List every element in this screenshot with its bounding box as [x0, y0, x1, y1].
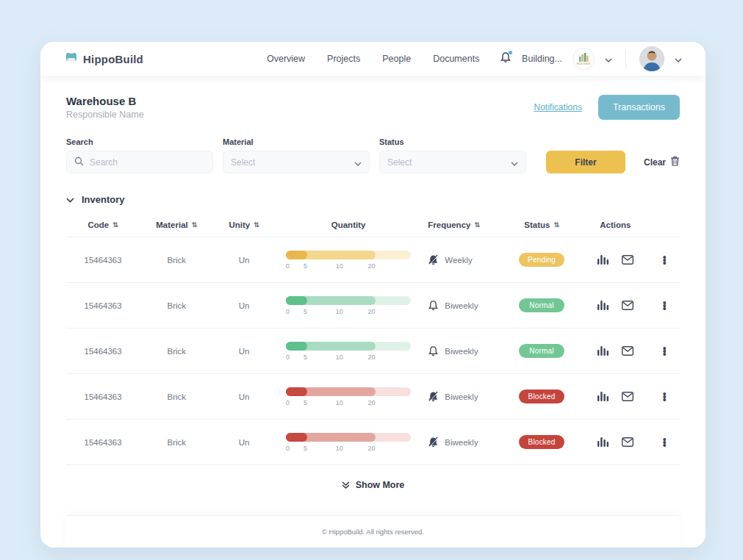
mail-icon[interactable] [622, 346, 633, 356]
brand-logo[interactable]: HippoBuild [64, 51, 143, 66]
table-row: 15464363 Brick Un 051020 [66, 237, 680, 282]
nav-links: Overview Projects People Documents [267, 54, 479, 64]
show-more-button[interactable]: Show More [66, 464, 680, 508]
sort-icon: ⇅ [553, 221, 559, 229]
kebab-menu-icon[interactable]: ••• [663, 347, 667, 356]
workspace-label: Building... [522, 54, 562, 64]
mail-icon[interactable] [622, 437, 633, 447]
quantity-scale: 051020 [286, 399, 400, 406]
quantity-bar-dark [286, 251, 307, 259]
kebab-menu-icon[interactable]: ••• [663, 301, 667, 310]
navbar: HippoBuild Overview Projects People Docu… [40, 42, 706, 76]
table-row: 15464363 Brick Un 051020 [66, 419, 680, 464]
kebab-menu-icon[interactable]: ••• [663, 392, 667, 401]
table-row: 15464363 Brick Un 051020 [66, 373, 680, 419]
user-avatar[interactable] [639, 46, 664, 71]
clear-filters[interactable]: Clear [644, 151, 680, 173]
cell-material: Brick [168, 256, 187, 265]
chart-icon[interactable] [597, 255, 609, 265]
cell-code: 15464363 [85, 347, 122, 356]
status-select[interactable]: Select [379, 151, 526, 173]
nav-item-people[interactable]: People [382, 54, 411, 64]
hippo-logo-icon [64, 51, 79, 66]
bell-icon[interactable] [428, 300, 439, 312]
status-badge: Normal [519, 344, 564, 358]
search-input[interactable] [90, 157, 205, 168]
search-input-wrap [66, 151, 213, 173]
column-status[interactable]: Status⇅ [524, 220, 559, 229]
filter-button[interactable]: Filter [546, 151, 625, 173]
quantity-bar: 051020 [286, 251, 411, 270]
show-more-label: Show More [356, 480, 405, 490]
user-menu-chevron-icon[interactable] [675, 52, 682, 65]
nav-item-documents[interactable]: Documents [433, 54, 479, 64]
mail-icon[interactable] [622, 392, 633, 401]
inventory-rows: 15464363 Brick Un 051020 [66, 237, 680, 464]
bell-icon[interactable] [428, 345, 439, 357]
sort-icon: ⇅ [112, 221, 118, 229]
mail-icon[interactable] [622, 255, 633, 265]
material-select[interactable]: Select [223, 151, 370, 173]
chart-icon[interactable] [597, 301, 609, 310]
cell-frequency: Biweekly [445, 347, 478, 356]
search-label: Search [66, 137, 213, 146]
quantity-bar-dark [286, 433, 307, 442]
inventory-section-toggle[interactable]: Inventory [66, 193, 680, 206]
mail-icon[interactable] [622, 301, 633, 310]
bell-muted-icon[interactable] [428, 391, 439, 403]
chevron-down-icon [66, 193, 74, 206]
chart-icon[interactable] [597, 392, 609, 401]
workspace-chevron-icon[interactable] [605, 52, 612, 65]
cell-code: 15464363 [85, 256, 122, 265]
transactions-button[interactable]: Transactions [598, 95, 680, 120]
quantity-scale: 051020 [286, 308, 400, 315]
cell-material: Brick [168, 301, 187, 310]
column-material[interactable]: Material⇅ [156, 220, 197, 229]
main-card: HippoBuild Overview Projects People Docu… [40, 42, 706, 548]
cell-code: 15464363 [85, 301, 122, 310]
chart-icon[interactable] [597, 346, 609, 356]
nav-divider [625, 49, 626, 68]
quantity-bar: 051020 [286, 342, 411, 361]
status-select-value: Select [387, 157, 412, 168]
kebab-menu-icon[interactable]: ••• [663, 438, 667, 447]
notifications-link[interactable]: Notifications [534, 102, 582, 112]
nav-item-overview[interactable]: Overview [267, 54, 305, 64]
quantity-bar-dark [286, 387, 307, 396]
column-frequency[interactable]: Frequency⇅ [428, 220, 480, 229]
bell-muted-icon[interactable] [428, 437, 439, 448]
quantity-bar: 051020 [286, 387, 411, 406]
quantity-bar-dark [286, 296, 307, 305]
chart-icon[interactable] [597, 437, 609, 447]
search-icon [74, 156, 84, 169]
workspace-logo[interactable]: BUILDING [572, 48, 595, 70]
column-actions: Actions [600, 220, 631, 229]
status-badge: Blocked [519, 435, 564, 449]
bell-muted-icon[interactable] [428, 254, 439, 266]
column-code[interactable]: Code⇅ [87, 220, 118, 229]
cell-frequency: Biweekly [445, 438, 478, 447]
chevron-down-icon [354, 156, 362, 169]
cell-frequency: Biweekly [445, 392, 478, 401]
cell-unity: Un [239, 392, 250, 401]
cell-unity: Un [239, 347, 250, 356]
quantity-scale: 051020 [286, 445, 400, 452]
material-select-value: Select [231, 157, 255, 168]
brand-name: HippoBuild [83, 53, 143, 65]
notification-dot [509, 51, 512, 54]
table-row: 15464363 Brick Un 051020 [66, 282, 680, 328]
nav-item-projects[interactable]: Projects [327, 54, 360, 64]
card-footer: © HippoBuild. All rights reserved. [66, 515, 680, 548]
page-header: Warehouse B Responsible Name Notificatio… [66, 95, 680, 120]
material-label: Material [223, 137, 370, 146]
cell-unity: Un [239, 256, 250, 265]
column-unity[interactable]: Unity⇅ [229, 220, 259, 229]
filter-bar: Search Material Select Status [66, 137, 680, 173]
column-quantity: Quantity [331, 220, 366, 229]
double-chevron-down-icon [342, 481, 350, 489]
chevron-down-icon [511, 156, 518, 169]
sort-icon: ⇅ [254, 221, 259, 229]
cell-frequency: Weekly [445, 256, 473, 265]
kebab-menu-icon[interactable]: ••• [663, 256, 667, 265]
notification-bell-icon[interactable] [500, 51, 512, 67]
